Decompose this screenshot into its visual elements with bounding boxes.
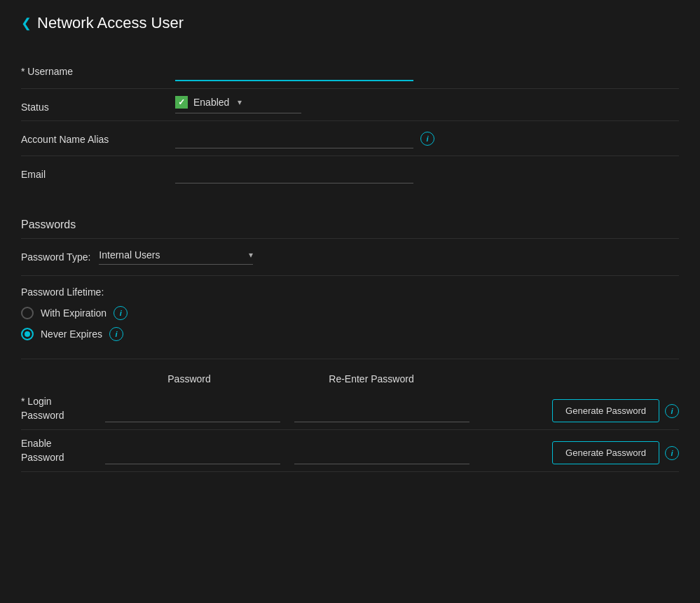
enable-password-inputs — [105, 444, 545, 464]
never-expires-label: Never Expires — [41, 328, 102, 340]
account-name-alias-info-icon[interactable]: i — [420, 132, 434, 146]
with-expiration-info-icon[interactable]: i — [114, 306, 128, 320]
never-expires-option[interactable]: Never Expires i — [21, 327, 679, 341]
login-password-reenter-input[interactable] — [294, 402, 469, 422]
email-input-area — [175, 163, 679, 183]
login-password-info-icon[interactable]: i — [665, 404, 679, 418]
page-container: ❮ Network Access User * Username Status … — [0, 0, 700, 500]
email-row: Email — [21, 156, 679, 190]
enable-generate-password-button[interactable]: Generate Password — [552, 441, 659, 464]
enable-password-input[interactable] — [105, 444, 280, 464]
password-type-row: Password Type: Internal Users ▾ — [21, 239, 679, 276]
page-title-row: ❮ Network Access User — [21, 14, 679, 32]
username-input[interactable] — [175, 60, 413, 81]
back-icon[interactable]: ❮ — [21, 15, 32, 31]
enable-password-actions: Generate Password i — [552, 441, 679, 464]
never-expires-radio[interactable] — [21, 328, 34, 340]
account-name-alias-input-area: i — [175, 128, 679, 148]
with-expiration-radio[interactable] — [21, 307, 34, 319]
status-select[interactable]: Enabled ▾ — [175, 96, 301, 113]
with-expiration-option[interactable]: With Expiration i — [21, 306, 679, 320]
login-password-row: LoginPassword Generate Password i — [21, 388, 679, 430]
lifetime-section: Password Lifetime: With Expiration i Nev… — [21, 276, 679, 359]
email-input[interactable] — [175, 163, 413, 183]
status-row: Status Enabled ▾ — [21, 89, 679, 121]
username-input-area — [175, 60, 679, 81]
account-name-alias-label: Account Name Alias — [21, 128, 175, 145]
password-fields-section: Password Re-Enter Password LoginPassword… — [21, 359, 679, 486]
username-row: * Username — [21, 53, 679, 89]
login-password-inputs — [105, 402, 545, 422]
status-value: Enabled — [193, 97, 229, 108]
never-expires-info-icon[interactable]: i — [109, 327, 123, 341]
account-name-alias-row: Account Name Alias i — [21, 121, 679, 156]
enable-password-info-icon[interactable]: i — [665, 446, 679, 460]
password-col-header: Password — [98, 373, 280, 384]
username-label: * Username — [21, 60, 175, 77]
re-enter-col-header: Re-Enter Password — [280, 373, 462, 384]
password-type-select[interactable]: Internal Users ▾ — [99, 249, 253, 265]
email-label: Email — [21, 163, 175, 180]
status-label: Status — [21, 96, 175, 113]
account-name-alias-input[interactable] — [175, 128, 413, 148]
login-password-actions: Generate Password i — [552, 399, 679, 422]
password-type-dropdown-arrow: ▾ — [249, 250, 253, 260]
enable-password-reenter-input[interactable] — [294, 444, 469, 464]
page-title: Network Access User — [37, 14, 184, 32]
enable-password-row: EnablePassword Generate Password i — [21, 430, 679, 472]
password-col-headers: Password Re-Enter Password — [21, 373, 679, 384]
status-input-area: Enabled ▾ — [175, 96, 679, 113]
status-dropdown-arrow: ▾ — [238, 97, 242, 107]
login-password-input[interactable] — [105, 402, 280, 422]
status-checkbox[interactable] — [175, 96, 188, 109]
with-expiration-label: With Expiration — [41, 307, 107, 319]
password-type-label: Password Type: — [21, 251, 90, 263]
form-section: * Username Status Enabled ▾ Account Name… — [21, 53, 679, 190]
passwords-section-header: Passwords — [21, 208, 679, 239]
login-password-label: LoginPassword — [21, 395, 98, 422]
enable-password-label: EnablePassword — [21, 437, 98, 464]
password-type-value: Internal Users — [99, 249, 240, 261]
lifetime-title: Password Lifetime: — [21, 286, 679, 298]
login-generate-password-button[interactable]: Generate Password — [552, 399, 659, 422]
